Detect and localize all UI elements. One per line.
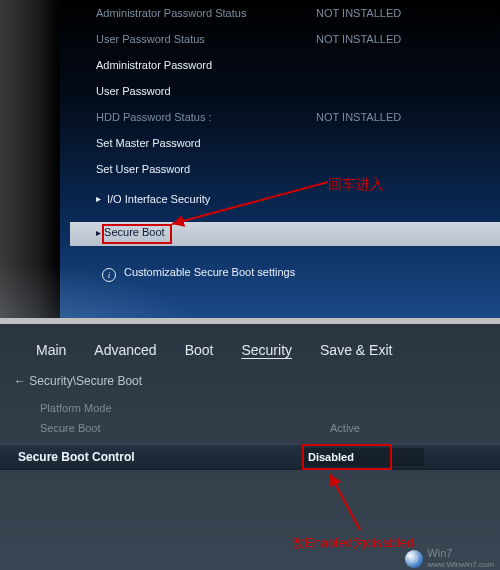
label: I/O Interface Security [107,186,210,212]
label: Secure Boot [104,226,165,238]
row-user-pw-status: User Password Status NOT INSTALLED [96,26,480,52]
chevron-right-icon: ▸ [96,186,101,212]
tab-save-exit[interactable]: Save & Exit [320,342,392,358]
label: Administrator Password [96,52,316,78]
row-platform-mode: Platform Mode [40,402,112,414]
row-admin-pw-status: Administrator Password Status NOT INSTAL… [96,0,480,26]
row-user-password[interactable]: User Password [96,78,480,104]
label: Platform Mode [40,402,112,414]
tab-bar: Main Advanced Boot Security Save & Exit [36,342,392,358]
info-text: Customizable Secure Boot settings [124,266,295,278]
menu-list: Administrator Password Status NOT INSTAL… [96,0,480,212]
row-secure-boot-control[interactable]: Secure Boot Control Disabled [0,444,500,470]
windows-logo-icon: ⊞ [405,550,423,568]
tab-main[interactable]: Main [36,342,66,358]
back-arrow-icon[interactable]: ← [14,374,26,388]
label: Secure Boot [40,422,101,434]
watermark: ⊞ Win7 www.Winwin7.com [405,548,494,570]
tab-security[interactable]: Security [241,342,292,358]
svg-line-1 [330,474,360,530]
tab-boot[interactable]: Boot [185,342,214,358]
label: HDD Password Status : [96,104,316,130]
breadcrumb: ← Security\Secure Boot [14,374,142,388]
laptop-bezel [0,0,60,318]
row-admin-password[interactable]: Administrator Password [96,52,480,78]
info-icon: i [102,268,116,282]
label: User Password [96,78,316,104]
label: Administrator Password Status [96,0,316,26]
value: NOT INSTALLED [316,104,480,130]
row-secure-boot-state: Secure Boot Active [40,422,101,434]
row-io-interface-security[interactable]: ▸ I/O Interface Security [96,186,480,212]
chevron-right-icon: ▸ [96,227,101,238]
value: Disabled [308,451,354,463]
row-set-user-password[interactable]: Set User Password [96,156,480,182]
bios-security-screen-top: Administrator Password Status NOT INSTAL… [0,0,500,318]
watermark-text: Win7 [427,548,494,559]
label: Secure Boot Control [18,450,135,464]
label: User Password Status [96,26,316,52]
bios-security-screen-bottom: Main Advanced Boot Security Save & Exit … [0,324,500,570]
value: NOT INSTALLED [316,26,480,52]
value: NOT INSTALLED [316,0,480,26]
value-field[interactable]: Disabled [304,448,424,466]
row-secure-boot-selected[interactable]: ▸ Secure Boot [70,222,500,246]
label: Set Master Password [96,130,316,156]
value: Active [330,422,360,434]
row-set-master-password[interactable]: Set Master Password [96,130,480,156]
annotation-text: 回车进入 [328,176,384,194]
row-hdd-pw-status: HDD Password Status : NOT INSTALLED [96,104,480,130]
label: Set User Password [96,156,316,182]
watermark-url: www.Winwin7.com [427,559,494,570]
annotation-arrow-icon [300,468,380,538]
annotation-text: 改Enabled为disabled [292,534,414,552]
tab-advanced[interactable]: Advanced [94,342,156,358]
